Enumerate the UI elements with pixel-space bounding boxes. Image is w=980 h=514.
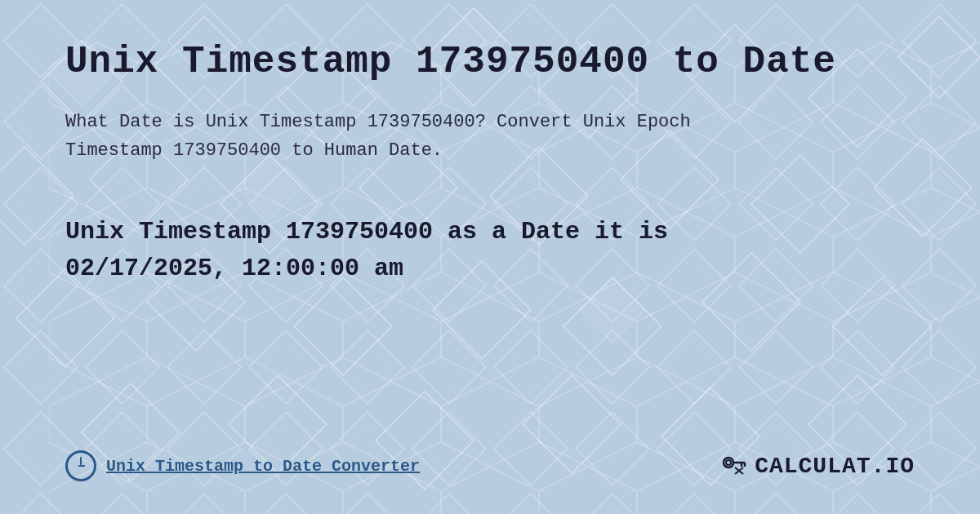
logo-icon (719, 451, 748, 481)
description-text: What Date is Unix Timestamp 1739750400? … (65, 108, 800, 165)
result-section: Unix Timestamp 1739750400 as a Date it i… (65, 214, 915, 287)
footer-link[interactable]: Unix Timestamp to Date Converter (106, 457, 420, 476)
page-title: Unix Timestamp 1739750400 to Date (65, 41, 915, 83)
description-line1: What Date is Unix Timestamp 1739750400? … (65, 112, 691, 132)
svg-point-41 (726, 460, 731, 465)
result-line2: 02/17/2025, 12:00:00 am (65, 255, 403, 282)
description-line2: Timestamp 1739750400 to Human Date. (65, 140, 443, 161)
clock-icon (65, 450, 96, 481)
footer-left[interactable]: Unix Timestamp to Date Converter (65, 450, 420, 481)
logo-area: CALCULAT.IO (719, 451, 915, 481)
svg-point-40 (724, 458, 733, 467)
result-text: Unix Timestamp 1739750400 as a Date it i… (65, 214, 841, 287)
footer: Unix Timestamp to Date Converter CALCULA… (65, 434, 915, 481)
logo-text: CALCULAT.IO (755, 454, 915, 479)
result-line1: Unix Timestamp 1739750400 as a Date it i… (65, 218, 668, 246)
